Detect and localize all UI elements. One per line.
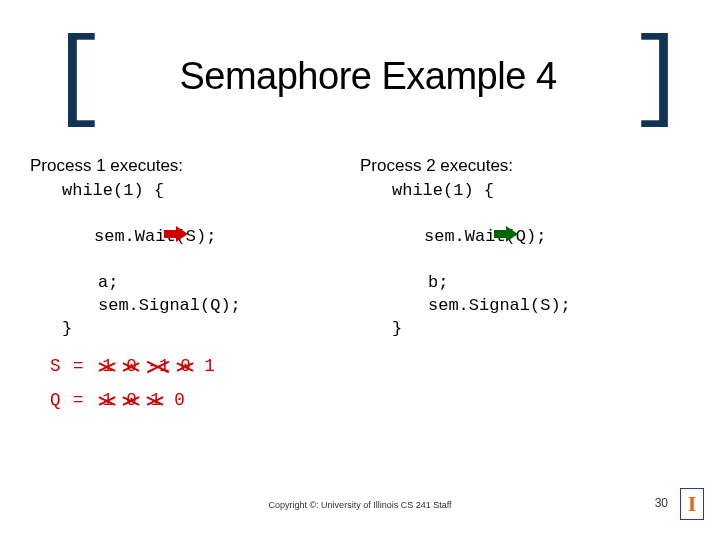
s-val-crossed: -1 [144,356,174,376]
s-val-crossed: 0 [174,356,198,376]
p1-line-2-row: sem.Wait(S); [30,203,360,272]
p2-line-2: sem.Wait(Q); [424,226,546,249]
p1-line-3: a; [30,272,360,295]
slide: [ Semaphore Example 4 ] Process 1 execut… [0,0,720,540]
p1-line-2: sem.Wait(S); [94,226,216,249]
q-val-crossed: 0 [120,390,144,410]
q-val-crossed: 1 [144,390,168,410]
p1-line-1: while(1) { [30,180,360,203]
illinois-logo-icon: I [680,488,704,520]
p2-line-5: } [360,318,690,341]
p2-line-1: while(1) { [360,180,690,203]
left-bracket-icon: [ [48,50,108,110]
q-val-final: 0 [168,390,192,410]
s-val-final: 1 [198,356,222,376]
col-process-2: Process 2 executes: while(1) { sem.Wait(… [360,155,690,341]
s-sequence: S = 10-101 [50,356,222,376]
q-sequence: Q = 1010 [50,390,192,410]
col-process-1: Process 1 executes: while(1) { sem.Wait(… [30,155,360,341]
s-val-crossed: 1 [96,356,120,376]
p1-line-4: sem.Signal(Q); [30,295,360,318]
exec-arrow-icon [392,203,424,272]
right-bracket-icon: ] [628,50,688,110]
q-label: Q = [50,390,96,410]
footer-copyright: Copyright ©: University of Illinois CS 2… [0,500,720,510]
s-label: S = [50,356,96,376]
s-val-crossed: 0 [120,356,144,376]
process-2-heading: Process 2 executes: [360,155,690,178]
p2-line-3: b; [360,272,690,295]
page-title: Semaphore Example 4 [179,55,556,98]
p2-line-2-row: sem.Wait(Q); [360,203,690,272]
page-number: 30 [655,496,668,510]
title-row: [ Semaphore Example 4 ] [48,40,688,112]
content: Process 1 executes: while(1) { sem.Wait(… [30,155,690,341]
q-val-crossed: 1 [96,390,120,410]
process-1-heading: Process 1 executes: [30,155,360,178]
p1-line-5: } [30,318,360,341]
p2-line-4: sem.Signal(S); [360,295,690,318]
exec-arrow-icon [62,203,94,272]
